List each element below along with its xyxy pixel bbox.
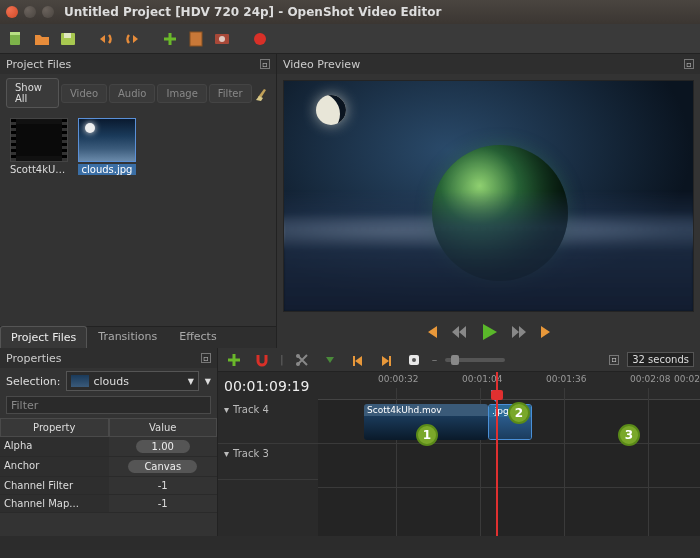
selection-label: Selection: [6, 375, 60, 388]
window-maximize-button[interactable] [42, 6, 54, 18]
annotation-badge: 2 [508, 402, 530, 424]
window-minimize-button[interactable] [24, 6, 36, 18]
play-icon[interactable] [479, 322, 499, 345]
file-item-image[interactable]: clouds.jpg [78, 118, 136, 175]
new-file-icon[interactable] [6, 29, 26, 49]
window-titlebar: Untitled Project [HDV 720 24p] - OpenSho… [0, 0, 700, 24]
timeline-timecode: 00:01:09:19 [224, 378, 309, 394]
plus-icon[interactable] [160, 29, 180, 49]
project-files-panel: Project Files ▫ Show All Video Audio Ima… [0, 54, 276, 348]
filter-tab-audio[interactable]: Audio [109, 84, 155, 103]
panel-collapse-icon[interactable]: ▫ [684, 59, 694, 69]
property-value[interactable]: -1 [109, 477, 218, 495]
properties-panel: Properties ▫ Selection: clouds ▼ ▼ Filte… [0, 348, 218, 536]
file-item-label: clouds.jpg [78, 164, 136, 175]
zoom-slider[interactable] [445, 358, 505, 362]
filter-tab-video[interactable]: Video [61, 84, 107, 103]
file-item-video[interactable]: Scott4kUhd... [10, 118, 68, 175]
timeline-panel: | – ▫ 32 seconds 00:01:09:19 ▾ Track 4 ▾… [218, 348, 700, 536]
track-label[interactable]: ▾ Track 4 [218, 400, 318, 444]
svg-point-14 [412, 358, 416, 362]
filter-tab-filter[interactable]: Filter [209, 84, 252, 103]
panel-collapse-icon[interactable]: ▫ [609, 355, 619, 365]
svg-point-8 [254, 33, 266, 45]
video-preview-panel: Video Preview ▫ [276, 54, 700, 348]
panel-collapse-icon[interactable]: ▫ [201, 353, 211, 363]
razor-icon[interactable] [292, 350, 312, 370]
window-title: Untitled Project [HDV 720 24p] - OpenSho… [64, 5, 441, 19]
marker-dropdown-icon[interactable] [320, 350, 340, 370]
clip-label: Scott4kUhd.mov [364, 404, 488, 416]
tab-effects[interactable]: Effects [168, 325, 227, 348]
timeline-playhead[interactable] [496, 372, 498, 536]
record-icon[interactable] [250, 29, 270, 49]
property-value: 1.00 [136, 440, 190, 453]
properties-title: Properties [6, 352, 62, 365]
left-bottom-tabs: Project Files Transitions Effects [0, 326, 276, 348]
chevron-down-icon[interactable]: ▼ [205, 377, 211, 386]
open-file-icon[interactable] [32, 29, 52, 49]
main-toolbar [0, 24, 700, 54]
table-row: AnchorCanvas [0, 457, 217, 477]
project-files-filter-tabs: Show All Video Audio Image Filter [0, 74, 276, 112]
svg-rect-1 [10, 32, 20, 35]
table-row: Alpha1.00 [0, 437, 217, 457]
table-row: Channel Filter-1 [0, 477, 217, 495]
col-property[interactable]: Property [0, 418, 109, 437]
chevron-down-icon: ▼ [188, 377, 194, 386]
skip-start-icon[interactable] [423, 324, 439, 343]
next-marker-icon[interactable] [376, 350, 396, 370]
selection-thumb-icon [71, 375, 89, 387]
tab-project-files[interactable]: Project Files [0, 326, 87, 348]
annotation-badge: 1 [416, 424, 438, 446]
fast-forward-icon[interactable] [511, 324, 527, 343]
project-files-title: Project Files [6, 58, 71, 71]
annotation-badge: 3 [618, 424, 640, 446]
export-icon[interactable] [212, 29, 232, 49]
magnet-icon[interactable] [252, 350, 272, 370]
tab-transitions[interactable]: Transitions [87, 325, 168, 348]
properties-table: Property Value Alpha1.00 AnchorCanvas Ch… [0, 418, 217, 513]
video-preview-canvas[interactable] [283, 80, 694, 312]
file-item-label: Scott4kUhd... [10, 164, 68, 175]
skip-end-icon[interactable] [539, 324, 555, 343]
project-files-grid[interactable]: Scott4kUhd... clouds.jpg [0, 112, 276, 181]
preview-content-moon [316, 95, 346, 125]
redo-icon[interactable] [122, 29, 142, 49]
timeline-duration: 32 seconds [627, 352, 694, 367]
timeline-tracks[interactable]: 00:00:32 00:01:04 00:01:36 00:02:08 00:0… [318, 372, 700, 536]
properties-filter-input[interactable]: Filter [6, 396, 211, 414]
svg-point-9 [296, 362, 300, 366]
track-lane[interactable] [318, 452, 700, 488]
undo-icon[interactable] [96, 29, 116, 49]
video-preview-title: Video Preview [283, 58, 360, 71]
playback-controls [277, 318, 700, 348]
timeline-ruler[interactable]: 00:00:32 00:01:04 00:01:36 00:02:08 00:0… [318, 372, 700, 400]
filter-tab-image[interactable]: Image [157, 84, 206, 103]
prev-marker-icon[interactable] [348, 350, 368, 370]
rewind-icon[interactable] [451, 324, 467, 343]
add-track-icon[interactable] [224, 350, 244, 370]
filter-tab-show-all[interactable]: Show All [6, 78, 59, 108]
svg-rect-3 [64, 33, 71, 38]
window-close-button[interactable] [6, 6, 18, 18]
svg-rect-4 [190, 32, 202, 46]
track-label[interactable]: ▾ Track 3 [218, 444, 318, 480]
svg-rect-12 [389, 356, 391, 366]
timeline-toolbar: | – ▫ 32 seconds [218, 348, 700, 372]
broom-icon[interactable] [254, 83, 270, 103]
panel-collapse-icon[interactable]: ▫ [260, 59, 270, 69]
table-row: Channel Map...-1 [0, 495, 217, 513]
center-playhead-icon[interactable] [404, 350, 424, 370]
selection-dropdown[interactable]: clouds ▼ [66, 371, 198, 391]
save-icon[interactable] [58, 29, 78, 49]
property-value[interactable]: -1 [109, 495, 218, 513]
svg-point-7 [219, 36, 225, 42]
marker-icon[interactable] [186, 29, 206, 49]
svg-point-10 [296, 354, 300, 358]
selection-value: clouds [93, 375, 129, 388]
col-value[interactable]: Value [109, 418, 218, 437]
property-value: Canvas [128, 460, 197, 473]
svg-rect-11 [353, 356, 355, 366]
track-labels: 00:01:09:19 ▾ Track 4 ▾ Track 3 [218, 372, 318, 536]
